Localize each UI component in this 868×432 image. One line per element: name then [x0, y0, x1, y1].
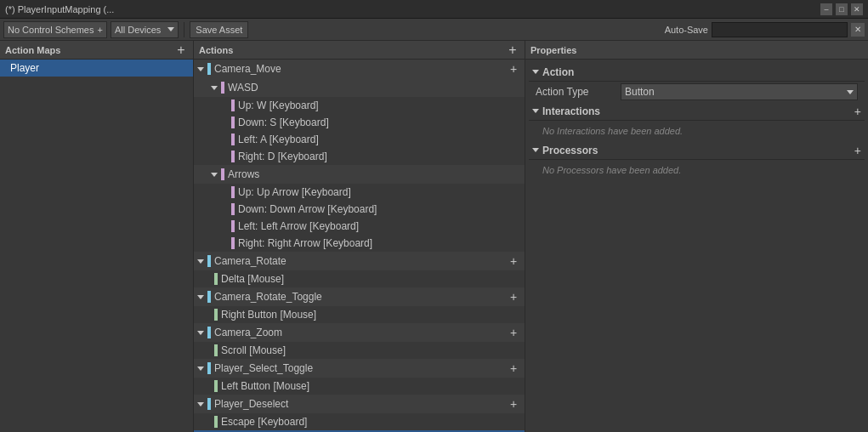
binding-color-bar: [214, 416, 218, 428]
binding-label: Right: Right Arrow [Keyboard]: [238, 237, 372, 249]
binding-item[interactable]: Right Button [Mouse]: [194, 306, 525, 323]
prop-section-title: Interactions: [542, 105, 600, 117]
binding-item[interactable]: Up: W [Keyboard]: [194, 97, 525, 114]
action-type-dropdown[interactable]: Button: [621, 83, 858, 100]
binding-item[interactable]: Down: S [Keyboard]: [194, 114, 525, 131]
chevron-down-icon: [847, 90, 854, 94]
prop-section-action[interactable]: Action: [529, 63, 865, 82]
close-button[interactable]: ✕: [851, 3, 863, 15]
prop-row-no-processors: No Processors have been added.: [529, 160, 865, 180]
title-bar: (*) PlayerInputMapping (... – □ ✕: [0, 0, 868, 19]
add-binding-button[interactable]: +: [506, 325, 521, 340]
search-input[interactable]: [712, 22, 848, 37]
all-devices-dropdown[interactable]: All Devices: [111, 21, 179, 38]
toolbar-separator: [184, 22, 184, 37]
sub-binding-color-bar: [231, 99, 235, 111]
action-group-camera-zoom[interactable]: Camera_Zoom +: [194, 323, 525, 342]
action-group-player-select-toggle[interactable]: Player_Select_Toggle +: [194, 359, 525, 378]
binding-item[interactable]: Scroll [Mouse]: [194, 342, 525, 359]
triangle-down-icon: [197, 67, 204, 71]
binding-label: Delta [Mouse]: [221, 273, 284, 285]
binding-label: Scroll [Mouse]: [221, 344, 286, 356]
action-color-bar: [207, 255, 211, 267]
autosave-label: Auto-Save: [665, 25, 708, 35]
binding-group-wasd[interactable]: WASD: [194, 78, 525, 97]
triangle-down-icon: [532, 148, 539, 152]
sub-binding-color-bar: [231, 117, 235, 128]
prop-section-title: Action: [542, 66, 574, 78]
triangle-down-icon: [532, 109, 539, 113]
actions-panel: Actions + Camera_Move + WASD Up: W [Keyb…: [194, 41, 525, 432]
action-color-bar: [207, 291, 211, 303]
binding-color-bar: [221, 168, 224, 180]
prop-section-processors[interactable]: Processors +: [529, 141, 865, 160]
binding-item[interactable]: Delta [Mouse]: [194, 270, 525, 287]
minimize-button[interactable]: –: [820, 3, 832, 15]
save-asset-button[interactable]: Save Asset: [190, 21, 248, 38]
main-area: Action Maps + Player Actions + Camera_Mo…: [0, 41, 868, 432]
control-schemes-dropdown[interactable]: No Control Schemes +: [3, 21, 107, 38]
action-name: Camera_Rotate_Toggle: [214, 291, 322, 303]
search-clear-button[interactable]: ✕: [851, 23, 865, 37]
action-color-bar: [207, 362, 211, 374]
triangle-down-icon: [532, 70, 539, 74]
binding-label: Escape [Keyboard]: [221, 416, 307, 428]
binding-item[interactable]: Left: A [Keyboard]: [194, 131, 525, 148]
sub-binding-color-bar: [231, 134, 235, 145]
add-action-button[interactable]: +: [506, 43, 519, 57]
binding-label: Left: A [Keyboard]: [238, 134, 319, 145]
prop-label-action-type: Action Type: [536, 86, 621, 98]
action-map-player[interactable]: Player: [0, 60, 193, 77]
action-group-player-deselect[interactable]: Player_Deselect +: [194, 395, 525, 413]
action-color-bar: [207, 398, 211, 410]
prop-section-interactions[interactable]: Interactions +: [529, 102, 865, 121]
triangle-down-icon: [197, 367, 204, 371]
control-schemes-add: +: [98, 25, 103, 35]
sub-binding-color-bar: [231, 237, 235, 249]
binding-group-arrows[interactable]: Arrows: [194, 165, 525, 184]
triangle-down-icon: [211, 173, 218, 177]
action-name: Player_Select_Toggle: [214, 362, 313, 374]
add-processor-button[interactable]: +: [854, 144, 861, 157]
add-binding-button[interactable]: +: [506, 396, 521, 412]
action-color-bar: [207, 63, 211, 75]
properties-panel: Properties Action Action Type Button Int…: [525, 41, 868, 432]
prop-section-title: Processors: [542, 145, 598, 156]
properties-title: Properties: [530, 45, 576, 55]
triangle-down-icon: [197, 402, 204, 406]
toolbar-right: Auto-Save ✕: [665, 22, 865, 37]
binding-label: Left Button [Mouse]: [221, 380, 309, 392]
binding-item[interactable]: Up: Up Arrow [Keyboard]: [194, 184, 525, 201]
action-name: Camera_Zoom: [214, 327, 282, 338]
maximize-button[interactable]: □: [836, 3, 848, 15]
binding-label: Up: Up Arrow [Keyboard]: [238, 186, 351, 198]
binding-name: Arrows: [228, 168, 259, 180]
no-processors-text: No Processors have been added.: [536, 162, 688, 179]
action-maps-title: Action Maps: [5, 45, 60, 55]
action-maps-panel: Action Maps + Player: [0, 41, 194, 432]
action-group-camera-rotate[interactable]: Camera_Rotate +: [194, 252, 525, 270]
action-group-camera-move[interactable]: Camera_Move +: [194, 60, 525, 78]
binding-label: Down: Down Arrow [Keyboard]: [238, 203, 377, 215]
binding-color-bar: [214, 344, 218, 356]
sub-binding-color-bar: [231, 220, 235, 232]
action-group-camera-rotate-toggle[interactable]: Camera_Rotate_Toggle +: [194, 287, 525, 306]
add-binding-button[interactable]: +: [506, 289, 521, 304]
binding-item[interactable]: Escape [Keyboard]: [194, 413, 525, 430]
binding-item[interactable]: Left: Left Arrow [Keyboard]: [194, 218, 525, 235]
action-name: Camera_Move: [214, 63, 281, 75]
toolbar: No Control Schemes + All Devices Save As…: [0, 19, 868, 41]
binding-item[interactable]: Right: Right Arrow [Keyboard]: [194, 235, 525, 252]
binding-item[interactable]: Down: Down Arrow [Keyboard]: [194, 201, 525, 218]
add-binding-button[interactable]: +: [506, 361, 521, 376]
add-action-map-button[interactable]: +: [174, 43, 188, 57]
add-binding-button[interactable]: +: [506, 253, 521, 269]
sub-binding-color-bar: [231, 203, 235, 215]
add-interaction-button[interactable]: +: [854, 105, 861, 118]
binding-item[interactable]: Left Button [Mouse]: [194, 378, 525, 395]
add-binding-button[interactable]: +: [506, 61, 521, 77]
binding-item[interactable]: Right: D [Keyboard]: [194, 148, 525, 165]
properties-header: Properties: [525, 41, 868, 60]
actions-title: Actions: [199, 45, 233, 55]
binding-color-bar: [221, 82, 224, 94]
